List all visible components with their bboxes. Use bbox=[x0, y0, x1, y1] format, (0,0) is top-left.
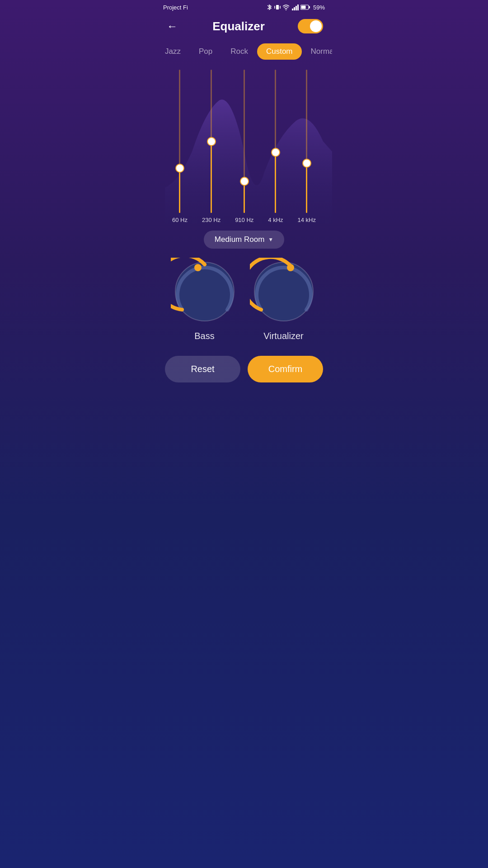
virtualizer-label: Virtualizer bbox=[263, 331, 304, 341]
svg-rect-0 bbox=[276, 5, 279, 9]
eq-slider-fill-3 bbox=[275, 152, 276, 213]
status-icons: 59% bbox=[266, 4, 325, 11]
page-title: Equalizer bbox=[212, 19, 265, 33]
battery-label: 59% bbox=[313, 4, 325, 11]
eq-slider-thumb-0[interactable] bbox=[175, 164, 184, 173]
eq-slider-thumb-2[interactable] bbox=[240, 177, 249, 186]
equalizer-toggle[interactable] bbox=[298, 19, 323, 33]
toggle-knob bbox=[310, 20, 322, 32]
svg-rect-9 bbox=[309, 6, 310, 9]
wifi-icon bbox=[282, 4, 290, 10]
eq-slider-thumb-3[interactable] bbox=[271, 148, 280, 157]
eq-slider-track-4[interactable] bbox=[306, 70, 307, 213]
eq-slider-fill-4 bbox=[306, 163, 307, 213]
bass-knob[interactable] bbox=[171, 258, 239, 326]
signal-icon bbox=[291, 4, 299, 10]
preset-tab-normal[interactable]: Normal bbox=[302, 43, 332, 60]
preset-tab-rock[interactable]: Rock bbox=[221, 43, 257, 60]
header: ← Equalizer bbox=[156, 14, 332, 42]
eq-freq-label-2: 910 Hz bbox=[235, 217, 253, 223]
preset-tab-jazz[interactable]: Jazz bbox=[156, 43, 190, 60]
bass-knob-container: Bass bbox=[171, 258, 239, 341]
eq-freq-label-0: 60 Hz bbox=[172, 217, 188, 223]
eq-slider-track-3[interactable] bbox=[275, 70, 276, 213]
reverb-label: Medium Room bbox=[215, 235, 265, 244]
eq-sliders: 60 Hz 230 Hz 910 Hz 4 kHz 14 bbox=[165, 70, 323, 223]
svg-point-11 bbox=[175, 262, 234, 321]
svg-rect-7 bbox=[297, 5, 299, 10]
eq-band-3: 4 kHz bbox=[268, 70, 283, 223]
virtualizer-knob-container: Virtualizer bbox=[250, 258, 318, 341]
back-button[interactable]: ← bbox=[165, 18, 179, 34]
eq-slider-thumb-4[interactable] bbox=[302, 159, 311, 168]
svg-point-13 bbox=[254, 262, 313, 321]
eq-band-1: 230 Hz bbox=[202, 70, 221, 223]
bass-label: Bass bbox=[194, 331, 214, 341]
svg-point-14 bbox=[287, 264, 294, 271]
svg-rect-5 bbox=[294, 7, 295, 10]
reset-button[interactable]: Reset bbox=[165, 356, 240, 382]
virtualizer-knob-svg bbox=[250, 258, 318, 326]
bluetooth-icon bbox=[266, 4, 272, 11]
bass-knob-svg bbox=[171, 258, 239, 326]
eq-slider-fill-0 bbox=[179, 168, 180, 213]
preset-tabs: JazzPopRockCustomNormalClassical bbox=[156, 42, 332, 65]
eq-slider-track-0[interactable] bbox=[179, 70, 180, 213]
eq-slider-thumb-1[interactable] bbox=[207, 137, 216, 146]
svg-rect-4 bbox=[292, 9, 293, 10]
bottom-buttons: Reset Comfirm bbox=[156, 349, 332, 396]
eq-freq-label-1: 230 Hz bbox=[202, 217, 221, 223]
knobs-row: Bass Virtualizer bbox=[156, 258, 332, 341]
eq-slider-track-2[interactable] bbox=[244, 70, 245, 213]
svg-point-3 bbox=[286, 9, 286, 10]
virtualizer-knob[interactable] bbox=[250, 258, 318, 326]
eq-slider-fill-1 bbox=[211, 142, 212, 213]
svg-rect-10 bbox=[301, 6, 305, 9]
eq-slider-fill-2 bbox=[244, 181, 245, 213]
eq-freq-label-4: 14 kHz bbox=[298, 217, 316, 223]
reverb-arrow-icon: ▼ bbox=[268, 236, 273, 243]
reverb-section: Medium Room ▼ bbox=[156, 231, 332, 249]
eq-slider-track-1[interactable] bbox=[211, 70, 212, 213]
status-bar: Project Fi 59 bbox=[156, 0, 332, 14]
eq-band-0: 60 Hz bbox=[172, 70, 188, 223]
vibrate-icon bbox=[274, 4, 281, 11]
battery-icon bbox=[300, 4, 310, 10]
svg-point-12 bbox=[194, 264, 202, 271]
reverb-dropdown[interactable]: Medium Room ▼ bbox=[204, 231, 284, 249]
carrier-label: Project Fi bbox=[163, 4, 188, 11]
svg-rect-6 bbox=[296, 6, 297, 10]
eq-section: 60 Hz 230 Hz 910 Hz 4 kHz 14 bbox=[156, 70, 332, 223]
preset-tab-custom[interactable]: Custom bbox=[257, 43, 302, 60]
preset-tab-pop[interactable]: Pop bbox=[190, 43, 221, 60]
eq-band-2: 910 Hz bbox=[235, 70, 253, 223]
eq-band-4: 14 kHz bbox=[298, 70, 316, 223]
eq-freq-label-3: 4 kHz bbox=[268, 217, 283, 223]
confirm-button[interactable]: Comfirm bbox=[248, 356, 323, 382]
